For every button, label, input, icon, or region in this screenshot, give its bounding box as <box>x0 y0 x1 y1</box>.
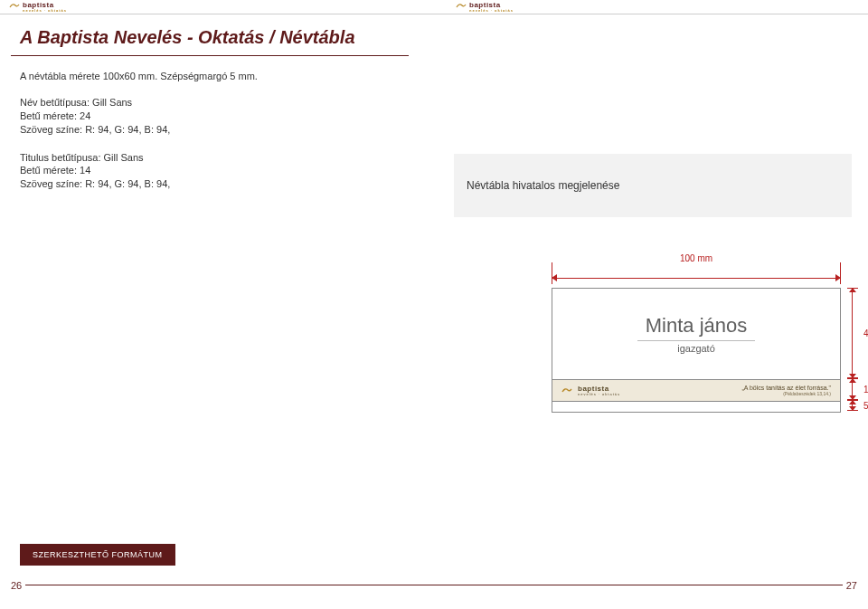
spec-line: Betű mérete: 24 <box>20 109 434 123</box>
size-note: A névtábla mérete 100x60 mm. Szépségmarg… <box>0 56 434 81</box>
nameplate-quote-ref: (Példabeszédek 13,14.) <box>741 391 831 396</box>
header-bar-left: baptista nevelés · oktatás <box>0 0 434 14</box>
title-font-spec: Titulus betűtípusa: Gill Sans Betű méret… <box>0 137 434 192</box>
nameplate-diagram: 100 mm Minta jános igazgató <box>552 262 841 413</box>
name-font-spec: Név betűtípusa: Gill Sans Betű mérete: 2… <box>0 81 434 137</box>
dimension-width: 100 mm <box>552 262 841 284</box>
header-brand-sub: nevelés · oktatás <box>469 8 514 13</box>
nameplate-underline <box>637 340 755 341</box>
nameplate-name: Minta jános <box>646 314 748 338</box>
nameplate-main: Minta jános igazgató <box>552 289 840 379</box>
spec-line: Betű mérete: 14 <box>20 164 434 177</box>
footer-rule-left <box>25 585 434 585</box>
page-title: A Baptista Nevelés - Oktatás / Névtábla <box>0 14 434 55</box>
dimension-width-label: 100 mm <box>680 253 712 263</box>
nameplate-margin-strip <box>552 401 840 412</box>
spec-line: Szöveg színe: R: 94, G: 94, B: 94, <box>20 123 434 137</box>
appearance-label: Névtábla hivatalos megjelenése <box>467 179 619 192</box>
header-bar-right: baptista nevelés · oktatás <box>434 0 868 14</box>
logo-swirl-icon <box>9 2 20 11</box>
double-page-spread: baptista nevelés · oktatás A Baptista Ne… <box>0 0 868 609</box>
spec-line: Titulus betűtípusa: Gill Sans <box>20 151 434 165</box>
appearance-label-box: Névtábla hivatalos megjelenése <box>454 154 852 217</box>
dimension-h-margin: 5 mm <box>863 401 868 411</box>
dimension-h-logo: 10 mm <box>863 385 868 395</box>
page-number-right: 27 <box>846 580 857 591</box>
nameplate-brand: baptista nevelés · oktatás <box>561 385 620 396</box>
footer-tab-editable: SZERKESZTHETŐ FORMÁTUM <box>20 544 175 566</box>
header-logo-left: baptista nevelés · oktatás <box>0 0 72 13</box>
page-left: baptista nevelés · oktatás A Baptista Ne… <box>0 0 434 609</box>
header-logo-right: baptista nevelés · oktatás <box>447 0 519 13</box>
logo-swirl-icon <box>561 386 572 395</box>
nameplate: Minta jános igazgató baptista nevelés · … <box>552 288 841 413</box>
spec-line: Szöveg színe: R: 94, G: 94, B: 94, <box>20 177 434 191</box>
header-brand-sub: nevelés · oktatás <box>23 8 67 13</box>
nameplate-quote: „A bölcs tanítás az élet forrása." <box>741 385 831 391</box>
dimension-h-name: 45 mm <box>863 328 868 338</box>
page-number-left: 26 <box>11 580 22 591</box>
nameplate-brand-sub: nevelés · oktatás <box>578 392 620 396</box>
footer-rule-right <box>434 585 843 585</box>
nameplate-title: igazgató <box>677 343 715 354</box>
logo-swirl-icon <box>456 2 467 11</box>
nameplate-logo-strip: baptista nevelés · oktatás „A bölcs taní… <box>552 379 840 401</box>
nameplate-quote-block: „A bölcs tanítás az élet forrása." (Péld… <box>741 385 831 396</box>
spec-line: Név betűtípusa: Gill Sans <box>20 96 434 109</box>
page-right: baptista nevelés · oktatás Névtábla hiva… <box>434 0 868 609</box>
